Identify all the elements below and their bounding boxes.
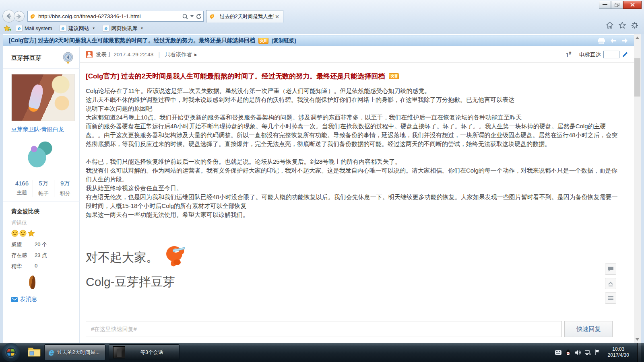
clock-date: 2017/4/30 [608,352,629,358]
comment-icon [608,266,614,272]
quick-reply-button[interactable]: 快速回复 [564,321,613,337]
stat-posts[interactable]: 5万 帖子 [33,180,55,197]
favorite-label: Mail system [25,25,52,31]
quick-reply-zone: 快速回复 [80,312,634,337]
send-message-label: 发消息 [20,296,37,303]
post-paragraph: 大家都知道24号晚上10点。我们开始更换新的服务器和替换服务器架构的问题。涉及调… [86,113,622,122]
jump-pen-icon[interactable] [622,51,628,58]
page-viewport: [Colg官方] 过去的2天时间是我人生可能最煎熬的时间了。经过无数的努力。最终… [3,34,641,343]
scroll-up-button[interactable] [634,34,641,41]
volume-icon[interactable] [575,350,581,355]
only-author-label: 只看该作者 [165,51,192,58]
tab-title: 过去的2天时间是我人生可... [220,13,274,20]
thread-list-button[interactable] [605,292,616,304]
close-button[interactable] [623,1,642,9]
user-custom-title: 背锅侠 [11,219,79,226]
apology-text: 对不起大家。 [86,249,158,266]
favorite-label: 建议网站 [68,25,89,32]
divider [3,68,80,69]
minimize-button[interactable] [599,1,611,9]
hot-flame-badge: 火Ⅱ [258,38,268,44]
attr-digest: 精华 0 [11,263,72,270]
window-controls [599,1,642,9]
tab-close-icon[interactable]: ✕ [274,14,281,20]
forward-button[interactable] [14,11,25,22]
action-center-flag-icon[interactable] [595,350,600,355]
forward-arrow-icon [17,14,22,19]
favorite-item-mail[interactable]: e Mail system [13,24,55,33]
attr-value: 0 [35,263,37,270]
explorer-taskbar-button[interactable] [27,346,41,359]
stat-credits[interactable]: 9万 积分 [54,180,76,197]
qq-taskbar-button[interactable]: 等3个会话 [109,344,180,360]
thread-title-bar: [Colg官方] 过去的2天时间是我人生可能最煎熬的时间了。经过无数的努力。最终… [3,35,634,46]
prev-thread-icon[interactable] [610,38,617,43]
scroll-down-button[interactable] [634,336,641,343]
next-thread-icon[interactable] [621,38,628,43]
qq-penguin-icon[interactable] [566,350,571,356]
post-paragraph: Colg论坛存在了11年。应该说这是第二次丢失数据。虽然没有第一次严重（老人们可… [86,86,622,95]
user-group-link[interactable]: 豆芽亲卫队-青眼白龙 [11,126,79,133]
favorite-item-web-slices[interactable]: e 网页快讯库 ▼ [100,24,147,33]
add-favorite-icon[interactable] [3,25,11,32]
smiley-icon [19,230,27,237]
refresh-icon[interactable] [196,14,202,19]
stat-threads[interactable]: 4166 主题 [11,180,33,197]
floating-tools [605,263,616,304]
internet-explorer-icon: e [49,348,54,357]
divider [3,201,80,202]
favorites-bar: e Mail system e 建议网站 ▼ e 网页快讯库 ▼ [0,23,644,34]
taskbar-clock[interactable]: 10:03 2017/4/30 [604,346,633,358]
star-icon [27,230,35,237]
svg-text:4: 4 [67,55,69,60]
signature-name: Colg-豆芽拌豆芽 [86,274,622,290]
pet-image [19,137,56,174]
clock-time: 10:03 [608,346,629,352]
comments-float-button[interactable] [605,263,616,275]
author-avatar[interactable] [11,74,75,121]
show-desktop-button[interactable] [637,343,641,362]
elevator-input[interactable] [603,51,619,58]
scroll-up-icon [636,37,639,39]
print-icon[interactable] [598,38,605,44]
post-paragraph: 我没有什么可以辩解的。作为网站的运营者。我有义务保护好大家的印记，我对不起大家。… [86,166,622,184]
elevator-label: 电梯直达 [579,51,601,58]
attr-label: 精华 [11,263,35,270]
only-author-link[interactable]: 只看该作者 ▶ [165,51,197,58]
search-dropdown-icon[interactable] [190,15,194,17]
ie-page-icon: e [60,25,66,32]
network-icon[interactable] [585,350,591,355]
post-paragraph: 有点语无伦次，也是因为我和我们运维团队已经48小时没合眼了。可能大概的功能恢复以… [86,193,622,210]
ie-page-icon: e [16,25,23,32]
address-bar[interactable]: http://bbs.colg.cn/thread-6273346-1-1.ht… [27,11,204,22]
ie-page-icon: e [103,25,109,32]
quick-reply-input[interactable] [86,321,562,337]
vertical-scrollbar[interactable] [634,34,641,343]
attr-presence: 存在感 23 点 [11,252,72,259]
browser-tab[interactable]: 过去的2天时间是我人生可... ✕ [206,10,283,23]
send-message-link[interactable]: 发消息 [11,296,79,303]
favorite-item-suggested-sites[interactable]: e 建议网站 ▼ [57,24,98,33]
mood-icons [11,230,79,237]
scroll-down-icon [636,338,639,341]
taskbar-button-label: 过去的2天时间是... [57,349,99,356]
attr-label: 威望 [11,241,35,248]
author-username[interactable]: 豆芽拌豆芽 [11,54,41,62]
start-button[interactable] [2,343,20,362]
author-sidebar: 豆芽拌豆芽 4 豆芽亲卫队-青眼白龙 4166 主题 [3,47,80,343]
attr-value: 20 个 [35,241,47,248]
author-stats: 4166 主题 5万 帖子 9万 积分 [11,180,76,197]
restore-button[interactable] [611,1,623,9]
post-body: [Colg官方] 过去的2天时间是我人生可能最煎熬的时间了。经过无数的努力。最终… [80,63,634,327]
input-indicator-icon[interactable] [555,350,561,355]
copy-link-button[interactable]: [复制链接] [272,37,296,44]
navigation-row: http://bbs.colg.cn/thread-6273346-1-1.ht… [0,10,644,23]
envelope-icon [11,297,18,302]
scrollbar-thumb[interactable] [634,58,640,97]
back-to-top-button[interactable] [605,278,616,289]
folder-icon [27,346,41,358]
post-main: 发表于 2017-4-29 22:43 | 只看该作者 ▶ 1# 电梯直达 [80,47,634,343]
url-text[interactable]: http://bbs.colg.cn/thread-6273346-1-1.ht… [38,13,180,19]
search-icon[interactable] [182,14,188,19]
ie-taskbar-button[interactable]: e 过去的2天时间是... [44,344,105,360]
